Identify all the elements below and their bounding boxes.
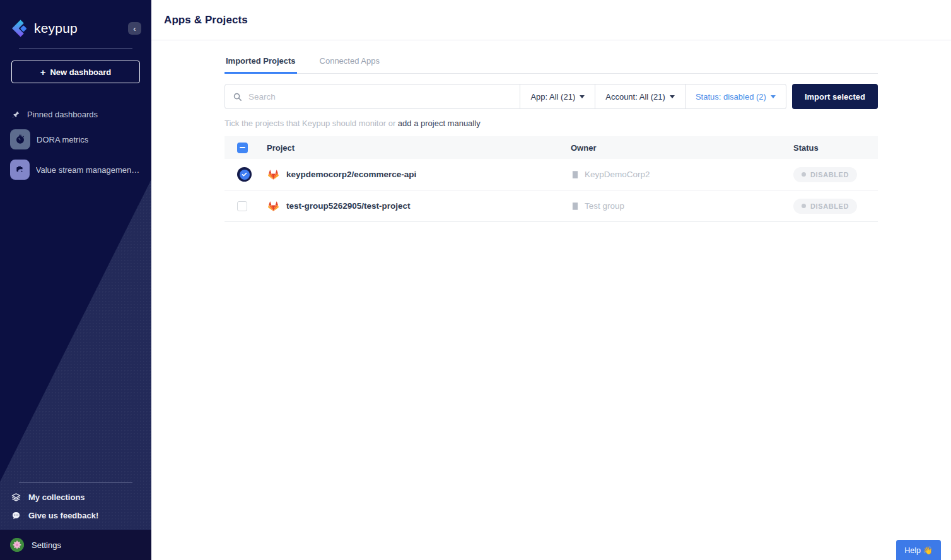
chat-bubble-icon: [11, 511, 21, 520]
helper-text: Tick the projects that Keypup should mon…: [225, 119, 878, 128]
user-avatar: [10, 538, 24, 552]
sidebar-item-dora-metrics[interactable]: DORA metrics: [0, 129, 151, 149]
sidebar-item-value-stream[interactable]: Value stream management -...: [0, 160, 151, 180]
tab-imported-projects[interactable]: Imported Projects: [225, 50, 297, 74]
sidebar-spacer: [0, 180, 151, 482]
plus-icon: +: [40, 67, 46, 77]
page-title: Apps & Projects: [164, 14, 248, 26]
brand-name: keypup: [34, 21, 128, 36]
tab-bar: Imported Projects Connected Apps: [225, 50, 878, 74]
pinned-dashboards-header: Pinned dashboards: [0, 110, 151, 119]
status-text: DISABLED: [810, 202, 849, 210]
new-dashboard-label: New dashboard: [50, 67, 111, 77]
search-icon: [233, 92, 242, 102]
helper-static-text: Tick the projects that Keypup should mon…: [225, 119, 398, 128]
row-checkbox-unchecked[interactable]: [237, 201, 247, 211]
content: Imported Projects Connected Apps App: Al…: [151, 40, 951, 222]
stopwatch-icon: [10, 129, 30, 149]
feedback-label: Give us feedback!: [28, 511, 98, 520]
search-input[interactable]: [248, 92, 512, 102]
sidebar: keypup ‹ + New dashboard Pinned dashboar…: [0, 0, 151, 560]
table-header-row: Project Owner Status: [225, 136, 878, 159]
my-collections-label: My collections: [28, 493, 85, 502]
chevron-down-icon: [771, 95, 776, 98]
select-all-checkbox[interactable]: [237, 143, 248, 153]
column-header-owner: Owner: [571, 143, 793, 153]
row-checkbox-checked[interactable]: [237, 167, 252, 182]
account-filter-label: Account: All (21): [605, 92, 665, 102]
sidebar-item-my-collections[interactable]: My collections: [0, 488, 151, 506]
toolbar: App: All (21) Account: All (21) Status: …: [225, 84, 878, 109]
column-header-status: Status: [793, 143, 878, 153]
check-icon: [242, 172, 247, 177]
chevron-left-icon: ‹: [133, 25, 136, 33]
owner-name: KeypDemoCorp2: [585, 170, 650, 179]
sidebar-footer-divider: [19, 482, 132, 483]
page-header: Apps & Projects: [151, 0, 951, 40]
pin-icon: [11, 110, 20, 119]
owner-name: Test group: [585, 201, 624, 211]
project-name[interactable]: keypdemocorp2/ecommerce-api: [286, 170, 416, 179]
main-area: Apps & Projects Imported Projects Connec…: [151, 0, 951, 560]
projects-table: Project Owner Status: [225, 136, 878, 222]
logo-row: keypup ‹: [0, 0, 151, 38]
add-project-manually-link[interactable]: add a project manually: [398, 119, 481, 128]
status-dot-icon: [802, 204, 806, 208]
indeterminate-minus-icon: [240, 147, 245, 149]
sidebar-item-feedback[interactable]: Give us feedback!: [0, 506, 151, 525]
status-badge: DISABLED: [793, 167, 857, 182]
pinned-dashboards-label: Pinned dashboards: [27, 110, 98, 119]
tab-connected-apps[interactable]: Connected Apps: [318, 50, 381, 74]
project-name[interactable]: test-group5262905/test-project: [286, 201, 411, 211]
column-header-project: Project: [267, 143, 571, 153]
building-icon: [571, 170, 580, 179]
help-button[interactable]: Help 👋: [896, 540, 941, 560]
sidebar-item-label: DORA metrics: [37, 135, 88, 144]
sidebar-collapse-button[interactable]: ‹: [128, 22, 141, 35]
table-row: keypdemocorp2/ecommerce-api KeypDemoCorp…: [225, 159, 878, 190]
status-dot-icon: [802, 172, 806, 177]
gitlab-icon: [267, 200, 280, 213]
status-filter-dropdown[interactable]: Status: disabled (2): [686, 84, 786, 109]
import-selected-button[interactable]: Import selected: [792, 84, 878, 109]
status-badge: DISABLED: [793, 199, 857, 214]
app-filter-dropdown[interactable]: App: All (21): [520, 84, 595, 109]
new-dashboard-button[interactable]: + New dashboard: [11, 61, 140, 83]
search-box: [225, 84, 520, 109]
gitlab-icon: [267, 168, 280, 181]
briefcase-gear-icon: [10, 160, 30, 180]
sidebar-divider: [19, 48, 132, 49]
table-row: test-group5262905/test-project Test grou…: [225, 190, 878, 222]
app-filter-label: App: All (21): [530, 92, 575, 102]
chevron-down-icon: [580, 95, 585, 98]
keypup-logo-icon: [10, 19, 29, 38]
building-icon: [571, 202, 580, 211]
account-filter-dropdown[interactable]: Account: All (21): [595, 84, 686, 109]
sidebar-item-settings[interactable]: Settings: [0, 530, 151, 560]
settings-label: Settings: [32, 540, 61, 550]
layers-icon: [11, 493, 21, 502]
status-filter-label: Status: disabled (2): [696, 92, 766, 102]
status-text: DISABLED: [810, 171, 849, 178]
chevron-down-icon: [670, 95, 675, 98]
sidebar-item-label: Value stream management -...: [36, 165, 141, 175]
